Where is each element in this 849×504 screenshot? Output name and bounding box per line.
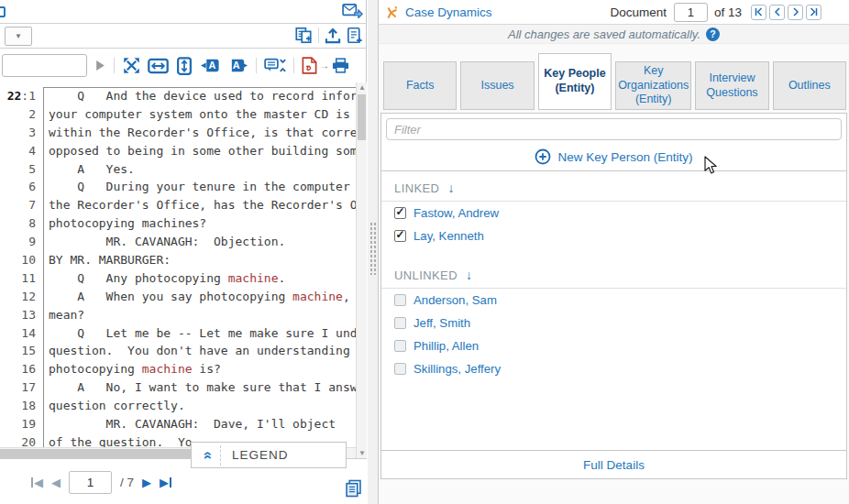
person-row[interactable]: Fastow, Andrew [381,202,846,225]
transcript-dropdown[interactable]: ▼ [5,27,32,46]
send-document-icon[interactable] [342,3,363,18]
linked-header-label: LINKED [394,181,439,195]
person-name[interactable]: Skillings, Jeffery [413,362,501,376]
transcript-text[interactable]: the Recorder's Office, has the Recorder'… [43,196,356,214]
transcript-text[interactable]: Q During your tenure in the computer [43,178,356,196]
transcript-line: 6 Q During your tenure in the computer [0,178,356,196]
first-page-button[interactable]: ◀ [31,476,43,489]
transcript-text[interactable]: BY MR. MARBURGER: [43,251,356,269]
transcript-text[interactable]: photocopying machine is? [43,360,356,378]
document-count-label: of 13 [714,5,742,19]
last-document-button[interactable] [806,5,821,20]
first-document-button[interactable] [751,5,766,20]
scroll-down-icon[interactable]: ▼ [357,449,368,457]
line-number: 9 [0,233,43,251]
copy-pages-icon[interactable] [294,27,313,44]
checkbox-unchecked[interactable] [394,340,406,352]
last-page-button[interactable]: ▶ [160,476,171,489]
font-larger-icon[interactable]: A [227,58,248,73]
transcript-text[interactable]: opposed to being in some other building … [43,142,356,160]
transcript-text[interactable]: your computer system onto the master CD … [43,105,356,124]
fit-width-icon[interactable] [148,58,169,74]
tab-facts[interactable]: Facts [383,61,457,110]
legend-expand-icon[interactable]: « [200,451,216,459]
play-icon[interactable] [95,60,105,71]
next-page-button[interactable]: ▶ [142,476,151,489]
fit-height-icon[interactable] [176,57,193,75]
previous-page-button[interactable]: ◀ [51,476,61,489]
panel-splitter[interactable] [368,0,379,504]
previous-document-button[interactable] [769,5,785,20]
next-document-button[interactable] [788,5,803,20]
toolbar-row-3: A A → [0,49,366,82]
transcript-text[interactable]: photocopying machines? [43,214,356,233]
person-row[interactable]: Anderson, Sam [381,289,846,312]
person-row[interactable]: Skillings, Jeffery [381,357,846,380]
line-number: 5 [0,160,43,179]
line-number: 4 [0,142,43,160]
tab-key-organizations-entity[interactable]: Key Organizations (Entity) [615,61,691,110]
transcript-line: 3within the Recorder's Office, is that c… [0,124,356,142]
full-details-button[interactable]: Full Details [381,450,846,478]
vertical-scrollbar[interactable]: ▲ ▼ [356,82,367,458]
tab-outlines[interactable]: Outlines [773,61,846,110]
transcript-text[interactable]: question correctly. [43,397,356,415]
transcript-text[interactable]: Q Any photocopying machine. [43,269,356,288]
collapse-notes-icon[interactable] [264,58,286,73]
filter-input[interactable] [386,118,842,140]
transcript-text[interactable]: MR. CAVANAGH: Objection. [43,233,356,251]
print-icon[interactable] [332,58,349,73]
vertical-scroll-thumb[interactable] [358,94,366,140]
person-row[interactable]: Jeff, Smith [381,312,846,334]
person-row[interactable]: Lay, Kenneth [381,225,846,247]
checkbox-checked[interactable] [394,207,406,219]
transcript-text[interactable]: MR. CAVANAGH: Dave, I'll object [43,415,356,433]
checkbox-unchecked[interactable] [394,363,406,375]
sort-down-icon[interactable]: ↓ [447,181,454,195]
transcript-text[interactable]: A Yes. [43,160,356,179]
svg-text:A: A [208,60,215,71]
line-number: 12 [0,288,43,306]
line-number: 16 [0,360,43,378]
transcript-search-input[interactable] [2,54,87,77]
person-name[interactable]: Lay, Kenneth [413,229,484,243]
person-name[interactable]: Jeff, Smith [413,316,470,330]
transcript-text[interactable]: A No, I want to make sure that I answ [43,378,356,397]
tab-interview-questions[interactable]: Interview Questions [695,61,768,110]
transcript-text[interactable]: A When you say photocopying machine, [43,288,356,306]
scroll-up-icon[interactable]: ▲ [357,83,368,92]
font-smaller-icon[interactable]: A [200,58,221,73]
checkbox-checked[interactable] [394,230,406,242]
checkbox-unchecked[interactable] [394,294,406,306]
tab-key-people-entity[interactable]: Key People (Entity) [538,53,612,110]
person-name[interactable]: Phillip, Allen [413,339,479,353]
line-number: 10 [0,251,43,269]
add-note-icon[interactable] [347,27,363,44]
transcript-text[interactable]: mean? [43,306,356,324]
transcript-text[interactable]: Q And the device used to record infor [43,87,356,105]
transcript-line: 19 MR. CAVANAGH: Dave, I'll object [0,415,356,433]
full-details-label: Full Details [583,458,645,472]
line-number: 18 [0,397,43,415]
sort-down-icon[interactable]: ↓ [466,268,472,282]
person-name[interactable]: Fastow, Andrew [413,206,499,220]
line-number: 8 [0,214,43,233]
tab-issues[interactable]: Issues [460,61,534,110]
transcript-text[interactable]: within the Recorder's Office, is that co… [43,124,356,142]
checkbox-unchecked[interactable] [394,317,406,329]
document-number-input[interactable] [674,3,708,22]
page-number-input[interactable] [69,471,112,494]
fit-page-icon[interactable] [123,57,140,74]
transcript-text[interactable]: Q Let me be -- Let me make sure I und [43,324,356,343]
person-row[interactable]: Phillip, Allen [381,334,846,357]
splitter-grip-icon[interactable] [369,222,377,275]
upload-icon[interactable] [325,27,341,44]
transcript-line: 15question. You don't have an understand… [0,342,356,360]
toolbar-row-1 [0,0,366,24]
transcript-text[interactable]: question. You don't have an understandin… [43,342,356,360]
report-view-icon[interactable] [346,479,361,498]
person-name[interactable]: Anderson, Sam [413,293,497,307]
pdf-icon[interactable] [302,57,317,74]
new-key-person-button[interactable]: New Key Person (Entity) [381,143,846,171]
help-icon[interactable]: ? [706,27,720,41]
